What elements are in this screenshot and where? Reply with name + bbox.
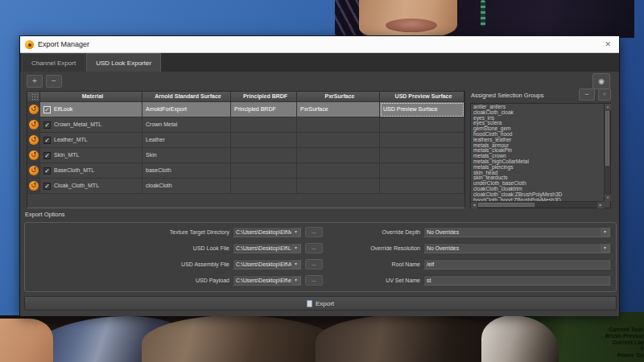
close-icon[interactable]: ✕ <box>601 40 614 48</box>
material-checkbox[interactable]: ✓ <box>43 121 51 129</box>
material-checkbox[interactable]: ✓ <box>43 137 51 144</box>
export-button[interactable]: Export <box>24 296 617 311</box>
brdf-cell[interactable] <box>231 148 297 163</box>
arnold-cell[interactable]: Leather <box>142 133 231 148</box>
material-checkbox[interactable]: ✓ <box>43 183 51 190</box>
scrollbar-thumb[interactable] <box>478 203 535 207</box>
material-checkbox[interactable]: ✓ <box>43 106 51 113</box>
material-sync-icon[interactable]: ↺ <box>29 181 39 191</box>
material-sync-icon[interactable]: ↺ <box>29 135 39 145</box>
dropdown-arrow-icon[interactable]: ▾ <box>601 228 609 237</box>
remove-group-button[interactable]: − <box>579 88 595 101</box>
texture-target-directory-combo[interactable]: C:\Users\Desktop\Elf\Maps▾ <box>233 227 301 237</box>
column-header[interactable]: Arnold Standard Surface <box>142 92 231 102</box>
window-title: Export Manager <box>38 40 601 48</box>
browse-button[interactable]: ... <box>305 227 323 237</box>
hud-line: Brush Pressur <box>586 333 644 339</box>
brdf-cell[interactable] <box>231 117 297 133</box>
tab-usd-look-exporter[interactable]: USD Look Exporter <box>86 53 161 72</box>
scroll-left-icon[interactable]: ◀ <box>471 202 477 208</box>
arnold-cell[interactable]: Crown Metal <box>142 117 231 133</box>
scroll-down-icon[interactable]: ▼ <box>605 195 611 201</box>
uv-set-name-input[interactable]: st <box>423 275 610 286</box>
column-header[interactable]: Principled BRDF <box>231 92 297 102</box>
dropdown-arrow-icon[interactable]: ▾ <box>291 260 300 269</box>
usd-cell[interactable] <box>380 117 464 133</box>
field-label: Root Name <box>324 261 420 267</box>
dropdown-arrow-icon[interactable]: ▾ <box>291 228 300 237</box>
pxr-cell[interactable] <box>297 133 380 148</box>
column-header[interactable]: USD Preview Surface <box>380 92 464 102</box>
remove-material-button[interactable]: − <box>46 75 62 88</box>
material-sync-icon[interactable]: ↺ <box>29 150 39 160</box>
pxr-cell[interactable] <box>297 179 380 194</box>
brdf-cell[interactable]: Principled BRDF <box>231 102 297 117</box>
usd-cell[interactable] <box>380 148 464 163</box>
material-checkbox[interactable]: ✓ <box>43 152 51 159</box>
usd-cell[interactable] <box>380 163 464 179</box>
arnold-cell[interactable]: baseCloth <box>142 163 231 179</box>
hud-line: Frame Tin <box>586 352 644 359</box>
pxr-cell[interactable] <box>297 148 380 163</box>
table-row[interactable]: ↺ ✓ElfLook ArnoldForExport Principled BR… <box>27 102 464 117</box>
dropdown-arrow-icon[interactable]: ▾ <box>291 276 300 285</box>
brdf-cell[interactable] <box>231 179 297 194</box>
root-name-input[interactable]: /elf <box>423 259 610 269</box>
brdf-cell[interactable] <box>231 163 297 179</box>
pxr-cell[interactable] <box>297 163 380 179</box>
arnold-cell[interactable]: ArnoldForExport <box>142 102 231 117</box>
material-name: Leather_MTL <box>54 133 88 147</box>
material-sync-icon[interactable]: ↺ <box>29 166 39 175</box>
browse-button[interactable]: ... <box>305 259 323 269</box>
material-name: Cloak_Cloth_MTL <box>54 179 99 193</box>
usd-payload-combo[interactable]: C:\Users\Desktop\Elf\elf.usda▾ <box>233 275 301 286</box>
column-header[interactable]: PxrSurface <box>297 92 380 102</box>
export-manager-dialog: Export Manager ✕ Channel Export USD Look… <box>19 35 620 316</box>
dropdown-arrow-icon[interactable]: ▾ <box>291 244 300 253</box>
add-material-button[interactable]: + <box>27 75 43 88</box>
usd-assembly-file-combo[interactable]: C:\Users\Desktop\Elf\Assembly.usda▾ <box>233 259 301 269</box>
browse-button[interactable]: ... <box>305 275 323 286</box>
table-row[interactable]: ↺ ✓BaseCloth_MTL baseCloth <box>27 163 464 179</box>
settings-icon[interactable]: ◉ <box>592 73 610 89</box>
table-row[interactable]: ↺ ✓Leather_MTL Leather <box>27 133 464 148</box>
vertical-scrollbar[interactable]: ▲ ▼ <box>604 104 610 201</box>
dropdown-arrow-icon[interactable]: ▾ <box>601 244 609 253</box>
material-checkbox[interactable]: ✓ <box>43 167 51 175</box>
character-shoulder-skin <box>0 319 53 362</box>
arnold-cell[interactable]: Skin <box>142 148 231 163</box>
material-sync-icon[interactable]: ↺ <box>29 120 39 130</box>
horizontal-scrollbar[interactable]: ◀ ▶ <box>471 201 604 208</box>
title-bar[interactable]: Export Manager ✕ <box>20 36 619 53</box>
material-name: BaseCloth_MTL <box>54 163 94 178</box>
table-row[interactable]: ↺ ✓Cloak_Cloth_MTL cloakCloth <box>27 179 464 194</box>
usd-cell[interactable] <box>380 179 464 194</box>
export-button-label: Export <box>316 300 334 307</box>
arnold-cell[interactable]: cloakCloth <box>142 179 231 194</box>
usd-cell[interactable]: USD Preview Surface <box>380 102 464 117</box>
add-group-button[interactable]: + <box>598 88 611 101</box>
pxr-cell[interactable] <box>297 117 380 133</box>
material-sync-icon[interactable]: ↺ <box>29 105 39 114</box>
hud-line: Current Lay <box>586 339 644 346</box>
table-row[interactable]: ↺ ✓Skin_MTL Skin <box>27 148 464 163</box>
usd-look-file-combo[interactable]: C:\Users\Desktop\Elf\LookFile.usda▾ <box>233 243 301 253</box>
override-resolution-combo[interactable]: No Overrides▾ <box>423 243 610 253</box>
override-depth-combo[interactable]: No Overrides▾ <box>423 227 610 237</box>
field-label: USD Assembly File <box>93 261 229 267</box>
scroll-right-icon[interactable]: ▶ <box>597 202 604 208</box>
field-label: Override Depth <box>324 229 420 235</box>
scroll-up-icon[interactable]: ▲ <box>605 104 611 110</box>
column-header[interactable]: Material <box>40 92 142 102</box>
pxr-cell[interactable]: PxrSurface <box>297 102 380 117</box>
hud-line: Current Tool: <box>586 327 644 333</box>
tab-channel-export[interactable]: Channel Export <box>22 53 85 72</box>
brdf-cell[interactable] <box>231 133 297 148</box>
field-label: USD Payload <box>93 278 229 283</box>
character-lips <box>386 19 437 32</box>
field-label: Override Resolution <box>324 245 420 251</box>
usd-cell[interactable] <box>380 133 464 148</box>
table-row[interactable]: ↺ ✓Crown_Metal_MTL Crown Metal <box>27 117 464 133</box>
browse-button[interactable]: ... <box>305 243 323 253</box>
scrollbar-thumb[interactable] <box>605 111 609 166</box>
